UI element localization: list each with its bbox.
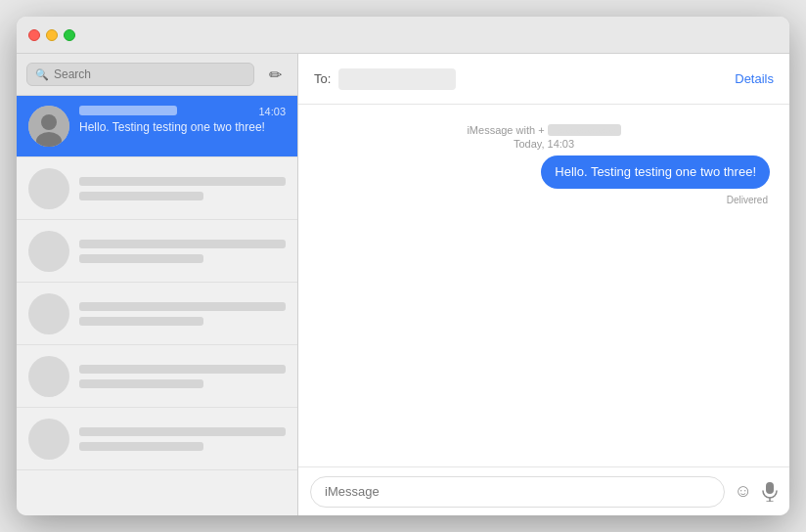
imessage-with-label: iMessage with + — [467, 124, 544, 136]
avatar — [28, 168, 69, 209]
empty-line — [79, 240, 286, 248]
conv-preview: Hello. Testing testing one two three! — [79, 120, 286, 134]
conv-name — [79, 106, 177, 115]
conversation-item[interactable]: 14:03 Hello. Testing testing one two thr… — [17, 96, 297, 157]
search-icon: 🔍 — [35, 68, 49, 81]
list-item — [17, 408, 297, 470]
main-layout: 🔍 ✏ — [17, 54, 789, 515]
empty-line — [79, 192, 203, 200]
imessage-header: iMessage with + +xxxxxxxxxxx — [467, 124, 620, 136]
empty-line — [79, 302, 286, 311]
to-label: To: — [314, 71, 331, 86]
empty-lines — [79, 240, 286, 263]
minimize-button[interactable] — [46, 29, 58, 41]
delivered-label: Delivered — [318, 195, 770, 205]
empty-lines — [79, 177, 286, 200]
message-group-label: iMessage with + +xxxxxxxxxxx Today, 14:0… — [467, 124, 620, 150]
maximize-button[interactable] — [64, 29, 75, 41]
chat-area: To: Details iMessage with + +xxxxxxxxxxx… — [298, 54, 789, 515]
list-item — [17, 283, 297, 345]
recipient-number: +xxxxxxxxxxx — [548, 124, 621, 136]
search-bar[interactable]: 🔍 — [26, 63, 254, 86]
empty-line — [79, 365, 286, 374]
svg-rect-3 — [766, 482, 774, 494]
avatar — [28, 419, 69, 460]
empty-line — [79, 442, 203, 451]
chat-messages: iMessage with + +xxxxxxxxxxx Today, 14:0… — [298, 105, 789, 466]
message-bubble-row: Hello. Testing testing one two three! — [318, 155, 770, 189]
mic-button[interactable] — [762, 482, 778, 502]
empty-line — [79, 177, 286, 186]
sidebar-header: 🔍 ✏ — [17, 54, 297, 96]
timestamp-label: Today, 14:03 — [467, 138, 620, 150]
chat-input-area: ☺ — [298, 466, 789, 515]
compose-button[interactable]: ✏ — [262, 62, 288, 87]
traffic-lights — [17, 29, 75, 41]
empty-line — [79, 379, 203, 388]
to-input-box[interactable] — [338, 68, 456, 90]
empty-lines — [79, 302, 286, 326]
empty-line — [79, 317, 203, 326]
message-bubble: Hello. Testing testing one two three! — [541, 155, 770, 189]
avatar — [28, 231, 69, 272]
empty-line — [79, 427, 286, 436]
conv-time: 14:03 — [258, 106, 286, 117]
conversation-list: 14:03 Hello. Testing testing one two thr… — [17, 96, 297, 515]
messages-window: 🔍 ✏ — [17, 17, 789, 515]
empty-lines — [79, 365, 286, 388]
message-input[interactable] — [310, 476, 725, 508]
details-button[interactable]: Details — [735, 71, 774, 86]
list-item — [17, 157, 297, 220]
avatar — [28, 293, 69, 334]
empty-line — [79, 254, 203, 263]
avatar — [28, 106, 69, 147]
title-bar — [17, 17, 789, 54]
sidebar: 🔍 ✏ — [17, 54, 298, 515]
list-item — [17, 345, 297, 408]
close-button[interactable] — [28, 29, 40, 41]
svg-point-1 — [41, 114, 57, 130]
conv-info: 14:03 Hello. Testing testing one two thr… — [79, 106, 286, 134]
emoji-button[interactable]: ☺ — [735, 481, 752, 502]
search-input[interactable] — [54, 67, 246, 81]
chat-header: To: Details — [298, 54, 789, 105]
list-item — [17, 220, 297, 283]
avatar — [28, 356, 69, 397]
conv-top: 14:03 — [79, 106, 286, 117]
empty-lines — [79, 427, 286, 451]
